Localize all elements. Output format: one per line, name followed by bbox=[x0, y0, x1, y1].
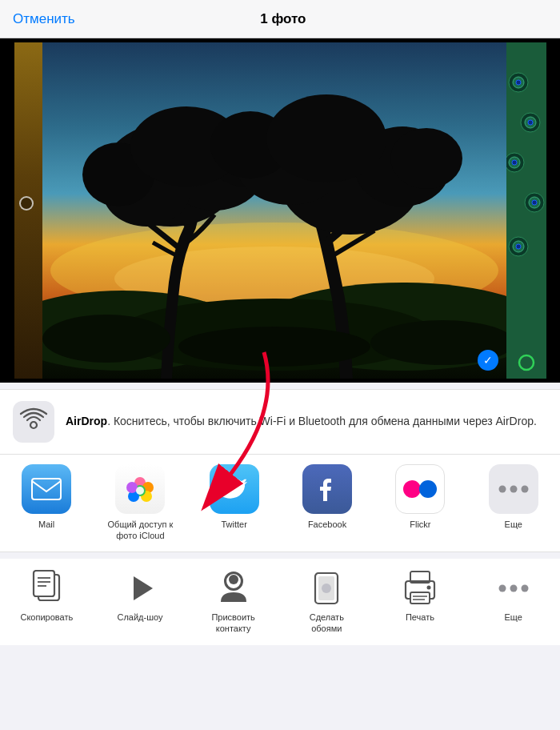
more-share-label: Еще bbox=[505, 519, 522, 530]
airdrop-icon bbox=[13, 401, 54, 443]
photo-right-partial[interactable] bbox=[506, 42, 546, 379]
action-item-more[interactable]: Еще bbox=[482, 570, 546, 623]
share-item-twitter[interactable]: Twitter bbox=[202, 464, 266, 530]
svg-point-26 bbox=[516, 80, 521, 85]
copy-label: Скопировать bbox=[20, 612, 73, 623]
header: Отменить 1 фото bbox=[0, 0, 560, 38]
svg-rect-42 bbox=[32, 479, 61, 499]
svg-point-35 bbox=[532, 200, 537, 205]
assign-contact-label: Присвоитьконтакту bbox=[211, 612, 254, 635]
icloud-icon bbox=[115, 464, 165, 514]
svg-point-53 bbox=[510, 486, 517, 493]
svg-point-66 bbox=[322, 584, 331, 593]
slideshow-icon bbox=[122, 570, 158, 607]
facebook-label: Facebook bbox=[308, 519, 346, 530]
share-row: Mail Общий доступ кфото iCloud Twitter bbox=[0, 455, 560, 552]
share-item-mail[interactable]: Mail bbox=[14, 464, 78, 530]
photo-left-partial[interactable] bbox=[14, 42, 42, 379]
page-title: 1 фото bbox=[260, 11, 306, 27]
flickr-label: Flickr bbox=[410, 519, 430, 530]
svg-point-20 bbox=[42, 315, 170, 363]
share-item-flickr[interactable]: Flickr bbox=[388, 464, 452, 530]
svg-point-74 bbox=[510, 584, 517, 592]
svg-point-75 bbox=[521, 584, 528, 592]
svg-point-22 bbox=[178, 327, 370, 367]
svg-point-62 bbox=[229, 575, 238, 584]
action-item-assign-contact[interactable]: Присвоитьконтакту bbox=[202, 570, 266, 635]
svg-point-50 bbox=[403, 480, 421, 498]
svg-rect-69 bbox=[410, 592, 430, 604]
wallpaper-label: Сделатьобоями bbox=[310, 612, 344, 635]
svg-point-49 bbox=[136, 487, 144, 495]
svg-point-18 bbox=[390, 128, 462, 189]
more-action-label: Еще bbox=[504, 612, 522, 623]
share-item-icloud[interactable]: Общий доступ кфото iCloud bbox=[108, 464, 174, 542]
svg-rect-56 bbox=[34, 571, 54, 596]
print-icon bbox=[402, 570, 438, 607]
flickr-icon bbox=[395, 464, 445, 514]
copy-icon bbox=[28, 570, 65, 607]
icloud-label: Общий доступ кфото iCloud bbox=[108, 519, 174, 542]
photo-left-indicator bbox=[19, 196, 34, 211]
action-item-slideshow[interactable]: Слайд-шоу bbox=[108, 570, 172, 623]
twitter-icon bbox=[210, 464, 259, 514]
twitter-label: Twitter bbox=[221, 519, 246, 530]
action-item-print[interactable]: Печать bbox=[388, 570, 452, 623]
more-share-icon bbox=[489, 464, 538, 514]
svg-point-38 bbox=[516, 244, 521, 249]
svg-point-19 bbox=[266, 94, 386, 182]
share-item-more[interactable]: Еще bbox=[482, 464, 546, 530]
action-item-copy[interactable]: Скопировать bbox=[14, 570, 78, 623]
svg-point-70 bbox=[426, 585, 430, 589]
airdrop-text: AirDrop. Коснитесь, чтобы включить Wi-Fi… bbox=[66, 414, 537, 430]
mail-icon bbox=[22, 464, 71, 514]
svg-point-48 bbox=[126, 482, 138, 493]
svg-marker-60 bbox=[134, 576, 153, 600]
assign-contact-icon bbox=[215, 570, 252, 607]
airdrop-banner[interactable]: AirDrop. Коснитесь, чтобы включить Wi-Fi… bbox=[0, 389, 560, 455]
svg-point-73 bbox=[498, 584, 506, 592]
svg-point-52 bbox=[498, 486, 506, 493]
svg-point-32 bbox=[512, 160, 517, 165]
svg-point-51 bbox=[419, 480, 437, 498]
airdrop-description: . Коснитесь, чтобы включить Wi-Fi и Blue… bbox=[107, 415, 537, 427]
print-label: Печать bbox=[406, 612, 434, 623]
airdrop-name: AirDrop bbox=[66, 415, 107, 427]
facebook-icon bbox=[302, 464, 352, 514]
more-action-icon bbox=[495, 570, 532, 607]
svg-point-41 bbox=[30, 422, 37, 428]
photo-main[interactable]: ✓ bbox=[42, 42, 506, 379]
action-row: Скопировать Слайд-шоу Присвоитьконтакту bbox=[0, 559, 560, 646]
slideshow-label: Слайд-шоу bbox=[117, 612, 162, 623]
mail-label: Mail bbox=[38, 519, 54, 530]
share-item-facebook[interactable]: Facebook bbox=[295, 464, 359, 530]
action-item-wallpaper[interactable]: Сделатьобоями bbox=[294, 570, 358, 635]
photo-checkmark: ✓ bbox=[478, 350, 498, 371]
wallpaper-icon bbox=[308, 570, 345, 607]
svg-point-29 bbox=[528, 120, 533, 125]
row-separator bbox=[0, 552, 560, 559]
photo-strip: ✓ bbox=[0, 38, 560, 383]
svg-point-54 bbox=[521, 486, 528, 493]
cancel-button[interactable]: Отменить bbox=[13, 11, 75, 27]
